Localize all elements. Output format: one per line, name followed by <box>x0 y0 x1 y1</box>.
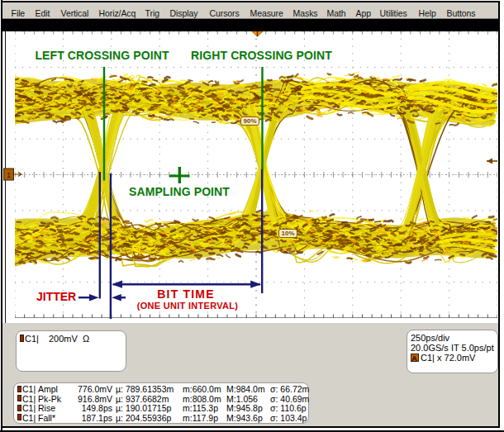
svg-text:1: 1 <box>7 171 11 179</box>
